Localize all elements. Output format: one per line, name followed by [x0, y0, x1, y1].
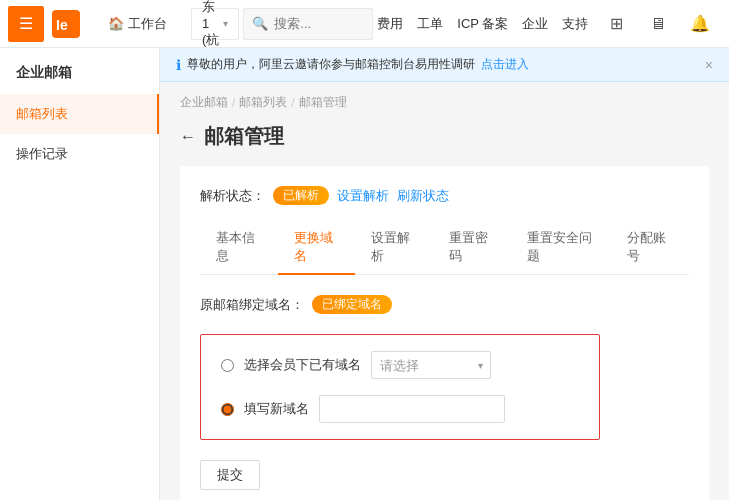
- bell-icon[interactable]: 🔔: [686, 10, 714, 38]
- option1-label[interactable]: 选择会员下已有域名: [244, 356, 361, 374]
- tab-basic-info[interactable]: 基本信息: [200, 221, 278, 275]
- tab-assign-account[interactable]: 分配账号: [611, 221, 689, 275]
- option2-radio[interactable]: [221, 403, 234, 416]
- original-domain-value: 已绑定域名: [312, 295, 392, 314]
- sidebar-item-mail-list[interactable]: 邮箱列表: [0, 94, 159, 134]
- info-icon: ℹ: [176, 57, 181, 73]
- refresh-status-link[interactable]: 刷新状态: [397, 187, 449, 205]
- breadcrumb-sep-2: /: [291, 96, 294, 110]
- original-domain-label: 原邮箱绑定域名：: [200, 296, 304, 314]
- domain-select-wrap: 请选择 ▾: [371, 351, 491, 379]
- svg-text:Ie: Ie: [56, 17, 68, 33]
- status-badge: 已解析: [273, 186, 329, 205]
- nav-enterprise[interactable]: 企业: [522, 15, 548, 33]
- domain-select[interactable]: 请选择: [371, 351, 491, 379]
- back-button[interactable]: ←: [180, 128, 196, 146]
- tabs: 基本信息 更换域名 设置解析 重置密码 重置安全问题 分配账号: [200, 221, 689, 275]
- inner-content: 解析状态： 已解析 设置解析 刷新状态 基本信息 更换域名 设置解析 重置密码 …: [180, 166, 709, 500]
- nav-workbench[interactable]: 🏠 工作台: [100, 0, 175, 48]
- region-selector[interactable]: 华东1 (杭州) ▾: [191, 8, 239, 40]
- option2-label[interactable]: 填写新域名: [244, 400, 309, 418]
- sidebar-item-operation-log[interactable]: 操作记录: [0, 134, 159, 174]
- logo: Ie: [48, 6, 84, 42]
- breadcrumb-item-3: 邮箱管理: [299, 94, 347, 111]
- search-bar[interactable]: 🔍: [243, 8, 373, 40]
- status-label: 解析状态：: [200, 187, 265, 205]
- sidebar: 企业邮箱 邮箱列表 操作记录: [0, 48, 160, 500]
- nav-ticket[interactable]: 工单: [417, 15, 443, 33]
- option-row-1: 选择会员下已有域名 请选择 ▾: [221, 351, 579, 379]
- tab-setup-dns[interactable]: 设置解析: [355, 221, 433, 275]
- nav-icp[interactable]: ICP 备案: [457, 15, 508, 33]
- home-icon: 🏠: [108, 16, 124, 31]
- notice-link[interactable]: 点击进入: [481, 56, 529, 73]
- menu-icon: ☰: [19, 16, 33, 32]
- search-input[interactable]: [274, 16, 374, 31]
- breadcrumb-item-1[interactable]: 企业邮箱: [180, 94, 228, 111]
- notice-bar: ℹ 尊敬的用户，阿里云邀请你参与邮箱控制台易用性调研 点击进入 ×: [160, 48, 729, 82]
- submit-button[interactable]: 提交: [200, 460, 260, 490]
- breadcrumb: 企业邮箱 / 邮箱列表 / 邮箱管理: [160, 82, 729, 115]
- monitor-icon[interactable]: 🖥: [644, 10, 672, 38]
- navbar-right: 费用 工单 ICP 备案 企业 支持 ⊞ 🖥 🔔 🛒: [377, 10, 729, 38]
- navbar: ☰ Ie 🏠 工作台 华东1 (杭州) ▾ 🔍 费用 工单 ICP 备案 企业 …: [0, 0, 729, 48]
- page-header: ← 邮箱管理: [160, 115, 729, 166]
- status-row: 解析状态： 已解析 设置解析 刷新状态: [200, 186, 689, 205]
- apps-icon[interactable]: ⊞: [602, 10, 630, 38]
- breadcrumb-sep-1: /: [232, 96, 235, 110]
- chevron-down-icon: ▾: [223, 18, 228, 29]
- breadcrumb-item-2[interactable]: 邮箱列表: [239, 94, 287, 111]
- notice-close-button[interactable]: ×: [705, 57, 713, 73]
- nav-fee[interactable]: 费用: [377, 15, 403, 33]
- nav-support[interactable]: 支持: [562, 15, 588, 33]
- new-domain-input[interactable]: [319, 395, 505, 423]
- page-title: 邮箱管理: [204, 123, 284, 150]
- option-box: 选择会员下已有域名 请选择 ▾ 填写新域名: [200, 334, 600, 440]
- main-layout: 企业邮箱 邮箱列表 操作记录 ℹ 尊敬的用户，阿里云邀请你参与邮箱控制台易用性调…: [0, 48, 729, 500]
- search-icon: 🔍: [252, 16, 268, 31]
- setup-dns-link[interactable]: 设置解析: [337, 187, 389, 205]
- tab-reset-password[interactable]: 重置密码: [433, 221, 511, 275]
- tab-reset-security[interactable]: 重置安全问题: [511, 221, 612, 275]
- original-domain-row: 原邮箱绑定域名： 已绑定域名: [200, 295, 689, 314]
- sidebar-title: 企业邮箱: [0, 64, 159, 94]
- content-area: ℹ 尊敬的用户，阿里云邀请你参与邮箱控制台易用性调研 点击进入 × 企业邮箱 /…: [160, 48, 729, 500]
- option-row-2: 填写新域名: [221, 395, 579, 423]
- menu-button[interactable]: ☰: [8, 6, 44, 42]
- notice-text: 尊敬的用户，阿里云邀请你参与邮箱控制台易用性调研: [187, 56, 475, 73]
- option1-radio[interactable]: [221, 359, 234, 372]
- tab-change-domain[interactable]: 更换域名: [278, 221, 356, 275]
